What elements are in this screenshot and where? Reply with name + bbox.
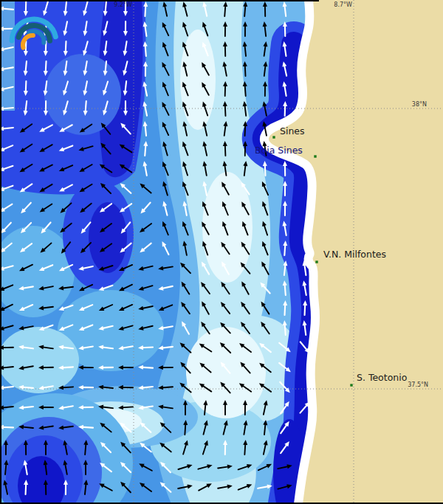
place-label-sines: Sines — [280, 125, 305, 137]
place-marker — [272, 136, 275, 138]
coordinate-label: 37.5°N — [408, 382, 428, 388]
coordinate-label: 9.2°W — [114, 1, 132, 8]
place-marker — [350, 384, 352, 386]
place-label-boia-sines: Boia Sines — [255, 145, 303, 156]
place-marker — [314, 155, 316, 157]
place-label-s-teotonio: S. Teotonio — [357, 372, 407, 383]
map-canvas: 9.2°W8.7°W38°N37.5°NSinesBoia SinesV.N. … — [0, 0, 443, 504]
ocean-current-map: 9.2°W8.7°W38°N37.5°NSinesBoia SinesV.N. … — [0, 0, 443, 504]
coordinate-label: 8.7°W — [334, 1, 352, 8]
coordinate-label: 38°N — [412, 101, 427, 108]
place-marker — [315, 260, 317, 263]
place-label-v-n-milfontes: V.N. Milfontes — [323, 249, 386, 260]
